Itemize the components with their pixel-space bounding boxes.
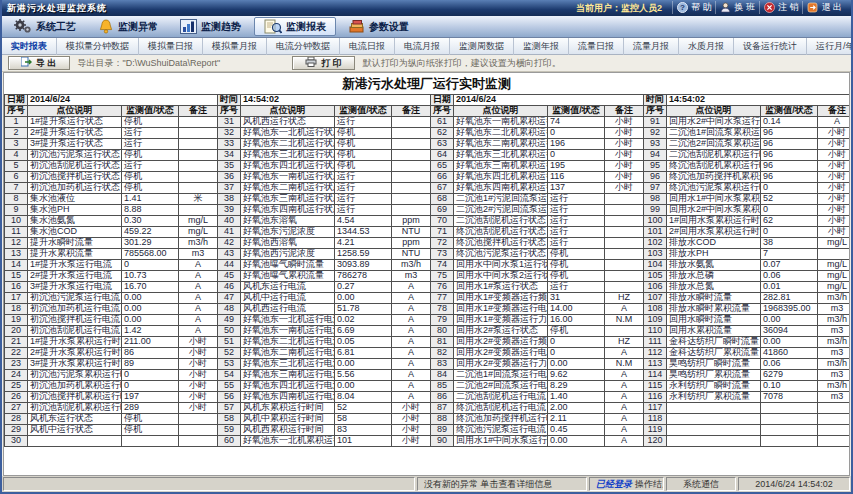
table-cell: 回用水2#变频器运行电流 [454,348,548,359]
table-cell: 0.00 [548,359,605,370]
exit-button[interactable]: 退 出 [802,1,846,14]
table-cell: 好氧池东三北机累积运行时间 [454,150,548,161]
table-cell: 61 [431,117,454,128]
table-cell: 小时 [818,128,850,139]
tab-item-10[interactable]: 流量月报 [624,38,679,55]
table-cell: 回用水2#变频器运行力矩 [454,359,548,370]
table-cell: 0.02 [335,315,392,326]
table-cell: m3/h [818,381,850,392]
time-value: 14:54:02 [667,95,850,106]
export-dir-label: 导出目录："D:\WuShuiData\Report" [78,57,221,70]
table-cell: 回用水1#变频器运行电流 [454,304,548,315]
table-cell: 停机 [122,117,179,128]
table-cell: 停机 [548,260,605,271]
table-cell: 回用水1#中间水泵运行电流 [454,436,548,447]
export-button[interactable]: 导 出 [8,56,70,70]
table-cell [818,414,850,425]
table-row: 222#提升水泵累积运行时间86小时52好氧池东二南机运行电流6.81A82回用… [5,348,851,359]
shift-button[interactable]: 换 班 [715,1,759,14]
table-cell: 好氧池东二南机累积运行时间 [454,139,548,150]
tab-item-1[interactable]: 模拟量分钟数据 [57,38,139,55]
table-cell: A [605,381,644,392]
menu-item-gears[interactable]: 系统工艺 [5,17,85,36]
tab-item-9[interactable]: 流量日报 [569,38,624,55]
tab-item-4[interactable]: 电流分钟数据 [267,38,340,55]
table-cell [392,172,431,183]
table-cell: 停机 [335,150,392,161]
table-cell: 20 [5,326,28,337]
help-button[interactable]: ?帮 助 [672,1,716,14]
table-cell: 好氧池东四南机运行状态 [241,205,335,216]
logout-button[interactable]: 注 销 [759,1,803,14]
table-cell: 301.29 [122,238,179,249]
table-cell [761,436,818,447]
table-cell: 0 [122,260,179,271]
print-button[interactable]: 打 印 [292,56,355,70]
table-cell: 2#提升水泵累积运行时间 [28,348,122,359]
status-spacer-panel [3,477,415,491]
alarm-status-panel[interactable]: 没有新的异常 单击查看详细信息 [417,477,587,491]
tab-item-13[interactable]: 运行月/年报 [807,38,853,55]
column-header: 备注 [179,106,218,117]
table-row: 3060好氧池东一北机累积运行时间101小时90回用水1#中间水泵运行电流0.0… [5,436,851,447]
table-cell: A [605,304,644,315]
table-cell: HZ [605,337,644,348]
table-cell: 好氧池东四北机运行状态 [241,161,335,172]
menu-item-chart[interactable]: 监测趋势 [171,17,250,36]
table-cell: 74 [431,260,454,271]
column-header: 序号 [431,106,454,117]
menu-item-report[interactable]: 监测报表 [254,17,336,36]
tab-item-5[interactable]: 电流日报 [340,38,395,55]
table-cell: 83 [335,425,392,436]
table-cell: 98 [644,194,667,205]
tab-item-2[interactable]: 模拟量日报 [139,38,203,55]
table-cell: 30 [5,436,28,447]
table-cell: 119 [644,425,667,436]
table-cell: 66 [431,172,454,183]
table-cell: 62 [761,216,818,227]
tab-item-12[interactable]: 设备运行统计 [734,38,807,55]
table-cell: 195 [548,161,605,172]
report-content: 新港污水处理厂运行实时监测 日期 2014/6/24 时间 14:54:02 日… [3,72,850,476]
table-cell: 58 [218,414,241,425]
login-note-label: 操作结束后，请及时注销用户。 [635,478,664,491]
table-cell: 8.29 [548,381,605,392]
tab-item-3[interactable]: 模拟量月报 [203,38,267,55]
table-cell: 回用水1#变频器运行力矩 [454,315,548,326]
table-cell: 1344.53 [335,227,392,238]
table-cell: 1#提升水泵运行电流 [28,260,122,271]
tab-item-7[interactable]: 监测周数据 [450,38,514,55]
tab-item-6[interactable]: 电流月报 [395,38,450,55]
table-cell: 回用水1#变频器运行频率 [454,293,548,304]
table-cell [605,260,644,271]
titlebar-button-label: 换 班 [734,1,755,14]
menu-item-bell[interactable]: 监测异常 [89,17,167,36]
printer-icon [305,57,317,69]
table-cell: 停机 [122,172,179,183]
table-cell: 36094 [761,326,818,337]
table-cell: 二沉池2#污泥回流泵运行状态 [454,205,548,216]
table-cell: 小时 [392,414,431,425]
table-cell: 75 [431,271,454,282]
table-cell [667,414,761,425]
table-cell: 运行 [548,227,605,238]
table-cell: 终沉池加药搅拌机累积运行时间 [667,172,761,183]
date-label: 日期 [5,95,28,106]
tab-item-11[interactable]: 水质月报 [679,38,734,55]
table-cell [122,436,179,447]
login-status-panel: 已经登录 操作结束后，请及时注销用户。 [589,477,664,491]
table-cell [761,425,818,436]
table-cell: 集水池氨氮 [28,216,122,227]
column-header: 监测值/状态 [761,106,818,117]
table-cell: 好氧池东三南机运行状态 [241,194,335,205]
table-cell: 0.14 [761,117,818,128]
tab-item-0[interactable]: 实时报表 [2,38,57,55]
table-cell: 运行 [335,117,392,128]
table-cell: 好氧池西污泥浓度 [241,249,335,260]
table-cell: 15 [5,271,28,282]
menu-item-settings[interactable]: 参数设置 [340,17,418,36]
table-cell [179,150,218,161]
table-cell [667,436,761,447]
table-cell: 好氧池东三南机运行电流 [241,370,335,381]
tab-item-8[interactable]: 监测年报 [514,38,569,55]
